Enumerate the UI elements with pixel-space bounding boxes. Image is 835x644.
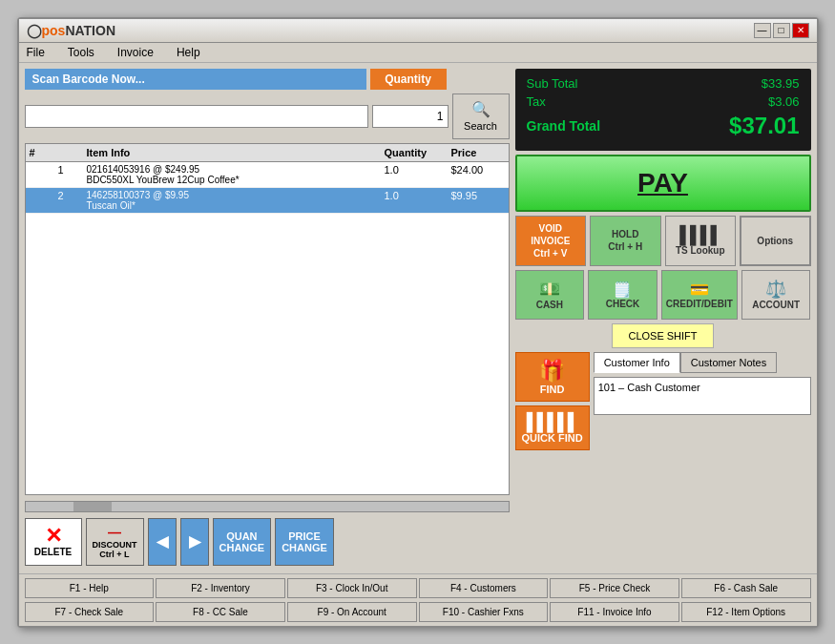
payment-methods-grid: 💵 CASH 🗒️ CHECK 💳 CREDIT/DEBIT ⚖️ ACCOUN… (515, 270, 811, 320)
close-button[interactable]: ✕ (792, 23, 809, 38)
search-button[interactable]: 🔍 Search (452, 93, 510, 139)
barcode-input[interactable] (25, 105, 368, 128)
subtotal-label: Sub Total (527, 76, 578, 91)
menu-tools[interactable]: Tools (64, 45, 98, 60)
title-bar: ◯posNATION — □ ✕ (19, 19, 817, 43)
ts-lookup-button[interactable]: ▌▌▌▌ TS Lookup (665, 216, 737, 266)
subtotal-value: $33.95 (762, 76, 800, 91)
items-table: # Item Info Quantity Price 1 02161405391… (25, 143, 510, 495)
logo-brand: pos (42, 23, 66, 38)
main-window: ◯posNATION — □ ✕ File Tools Invoice Help… (17, 17, 819, 628)
tax-label: Tax (527, 94, 546, 109)
function-bar-row2: F7 - Check Sale F8 - CC Sale F9 - On Acc… (19, 600, 817, 626)
quan-change-button[interactable]: QUANCHANGE (213, 518, 272, 566)
minimize-button[interactable]: — (754, 23, 771, 38)
scroll-thumb[interactable] (73, 502, 112, 511)
f10-cashier[interactable]: F10 - Cashier Fxns (419, 602, 549, 622)
delete-button[interactable]: ✕ DELETE (25, 518, 82, 566)
table-row[interactable]: 2 146258100373 @ $9.95 Tuscan Oil* 1.0 $… (26, 188, 509, 214)
search-icon: 🔍 (471, 100, 491, 118)
find-buttons: 🎁 FIND ▌▌▌▌▌ QUICK FIND (515, 352, 590, 450)
row1-price: $24.00 (449, 164, 507, 185)
row2-qty: 1.0 (383, 190, 449, 211)
customer-notes-tab[interactable]: Customer Notes (680, 352, 777, 373)
cash-button[interactable]: 💵 CASH (515, 270, 585, 320)
grand-total-value: $37.01 (729, 113, 799, 139)
row1-qty: 1.0 (383, 164, 449, 185)
f3-clock[interactable]: F3 - Clock In/Out (287, 578, 417, 598)
row1-num: 1 (56, 164, 85, 185)
input-row: 🔍 Search (25, 93, 510, 139)
horizontal-scrollbar[interactable] (25, 501, 510, 512)
menu-invoice[interactable]: Invoice (114, 45, 157, 60)
left-panel: Scan Barcode Now... Quantity 🔍 Search # (25, 69, 510, 568)
price-change-button[interactable]: PRICECHANGE (275, 518, 334, 566)
f8-cc-sale[interactable]: F8 - CC Sale (156, 602, 285, 622)
scan-barcode-label: Scan Barcode Now... (25, 69, 366, 90)
row1-info: 021614053916 @ $249.95 BDC550XL YouBrew … (85, 164, 383, 185)
delete-label: DELETE (34, 547, 72, 557)
col-price: Price (449, 147, 507, 158)
row1-check (28, 164, 56, 185)
action-buttons-row: ✕ DELETE — DISCOUNTCtrl + L ◀ ▶ QUANCHAN… (25, 516, 510, 568)
right-panel: Sub Total $33.95 Tax $3.06 Grand Total $… (515, 69, 811, 568)
f11-invoice-info[interactable]: F11 - Invoice Info (550, 602, 679, 622)
function-bar-row1: F1 - Help F2 - Inventory F3 - Clock In/O… (19, 573, 817, 600)
quantity-label: Quantity (370, 69, 447, 90)
f1-help[interactable]: F1 - Help (25, 578, 155, 598)
col-quantity: Quantity (383, 147, 449, 158)
col-item-info: Item Info (85, 147, 383, 158)
f6-cash-sale[interactable]: F6 - Cash Sale (681, 578, 811, 598)
totals-box: Sub Total $33.95 Tax $3.06 Grand Total $… (515, 69, 811, 151)
close-shift-button[interactable]: CLOSE SHIFT (612, 323, 713, 348)
f4-customers[interactable]: F4 - Customers (419, 578, 549, 598)
nav-up-button[interactable]: ◀ (148, 518, 177, 566)
customer-section: Customer Info Customer Notes 101 – Cash … (594, 352, 811, 415)
customer-info-tab[interactable]: Customer Info (594, 352, 680, 373)
f12-item-options[interactable]: F12 - Item Options (681, 602, 811, 622)
f5-price-check[interactable]: F5 - Price Check (550, 578, 679, 598)
col-num (56, 147, 85, 158)
tax-row: Tax $3.06 (527, 94, 800, 109)
find-label: FIND (540, 384, 565, 395)
hold-button[interactable]: HOLDCtrl + H (590, 216, 661, 266)
find-icon: 🎁 (539, 359, 565, 384)
window-controls: — □ ✕ (754, 23, 809, 38)
row2-num: 2 (56, 190, 85, 211)
account-button[interactable]: ⚖️ ACCOUNT (741, 270, 811, 320)
quantity-input[interactable] (372, 105, 449, 128)
credit-debit-button[interactable]: 💳 CREDIT/DEBIT (661, 270, 738, 320)
maximize-button[interactable]: □ (773, 23, 790, 38)
close-shift-row: CLOSE SHIFT (515, 323, 811, 348)
customer-info-box: 101 – Cash Customer (594, 377, 811, 415)
row2-sel (28, 190, 39, 203)
menu-bar: File Tools Invoice Help (19, 43, 817, 63)
void-invoice-button[interactable]: VOIDINVOICECtrl + V (515, 216, 587, 266)
check-icon: 🗒️ (613, 280, 632, 299)
f9-on-account[interactable]: F9 - On Account (287, 602, 417, 622)
check-button[interactable]: 🗒️ CHECK (588, 270, 658, 320)
main-content: Scan Barcode Now... Quantity 🔍 Search # (19, 63, 817, 573)
f2-inventory[interactable]: F2 - Inventory (156, 578, 285, 598)
table-header: # Item Info Quantity Price (26, 144, 509, 162)
f7-check-sale[interactable]: F7 - Check Sale (25, 602, 155, 622)
quick-find-button[interactable]: ▌▌▌▌▌ QUICK FIND (515, 405, 590, 450)
row2-price: $9.95 (449, 190, 507, 211)
credit-icon: 💳 (690, 280, 709, 299)
col-hash: # (28, 147, 56, 158)
nav-down-button[interactable]: ▶ (180, 518, 209, 566)
cash-label: CASH (536, 300, 563, 310)
row2-info: 146258100373 @ $9.95 Tuscan Oil* (85, 190, 383, 211)
options-button[interactable]: Options (740, 216, 811, 266)
account-label: ACCOUNT (752, 300, 800, 310)
logo-brand2: NATION (65, 23, 115, 38)
menu-file[interactable]: File (23, 45, 49, 60)
menu-help[interactable]: Help (173, 45, 204, 60)
scan-row: Scan Barcode Now... Quantity (25, 69, 510, 90)
delete-x-icon: ✕ (45, 526, 62, 547)
table-row[interactable]: 1 021614053916 @ $249.95 BDC550XL YouBre… (26, 162, 509, 188)
find-button[interactable]: 🎁 FIND (515, 352, 590, 402)
pay-button[interactable]: PAY (515, 155, 811, 212)
check-label: CHECK (606, 299, 640, 309)
discount-button[interactable]: — DISCOUNTCtrl + L (86, 518, 144, 566)
